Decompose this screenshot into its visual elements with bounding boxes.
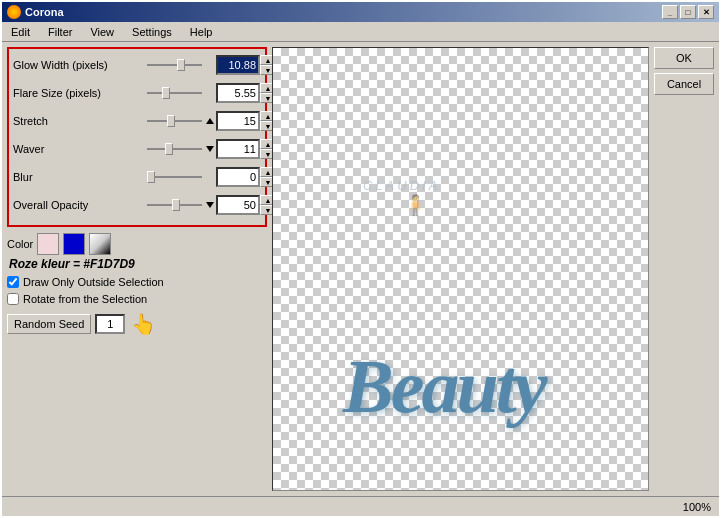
controls-and-preview: Glow Width (pixels) ▲ ▼ — [13, 53, 261, 221]
waver-row: Waver ▲ ▼ — [13, 137, 276, 161]
flare-size-slider-area — [143, 92, 214, 94]
maximize-button[interactable]: □ — [680, 5, 696, 19]
color-swatch-pink[interactable] — [37, 233, 59, 255]
color-text: Roze kleur = #F1D7D9 — [9, 257, 267, 271]
color-swatch-custom[interactable] — [89, 233, 111, 255]
glow-width-track — [147, 64, 202, 66]
title-bar: Corona _ □ ✕ — [2, 2, 719, 22]
opacity-thumb[interactable] — [172, 199, 180, 211]
opacity-row: Overall Opacity ▲ — [13, 193, 276, 217]
stretch-input[interactable] — [216, 111, 260, 131]
status-bar: 100% — [2, 496, 719, 516]
seed-input[interactable] — [95, 314, 125, 334]
claudia-watermark: CLAUDIA — [363, 178, 440, 193]
blur-label: Blur — [13, 171, 143, 183]
stretch-track — [147, 120, 202, 122]
color-swatch-blue[interactable] — [63, 233, 85, 255]
beauty-text: Beauty — [343, 343, 545, 430]
waver-label: Waver — [13, 143, 143, 155]
ok-button[interactable]: OK — [654, 47, 714, 69]
color-label: Color — [7, 238, 33, 250]
window-title: Corona — [25, 6, 64, 18]
glow-width-thumb[interactable] — [177, 59, 185, 71]
flare-size-thumb[interactable] — [162, 87, 170, 99]
preview-content: CLAUDIA 🧍 Beauty — [273, 48, 648, 490]
glow-width-slider-area — [143, 64, 214, 66]
close-button[interactable]: ✕ — [698, 5, 714, 19]
hand-pointer-icon: 👆 — [131, 312, 156, 336]
flare-size-track — [147, 92, 202, 94]
right-buttons: OK Cancel — [654, 42, 719, 496]
menu-view[interactable]: View — [86, 25, 118, 39]
stretch-row: Stretch ▲ ▼ — [13, 109, 276, 133]
opacity-triangle — [206, 202, 214, 208]
left-panel: Glow Width (pixels) ▲ ▼ — [2, 42, 272, 496]
glow-width-row: Glow Width (pixels) ▲ ▼ — [13, 53, 276, 77]
blur-input[interactable] — [216, 167, 260, 187]
flare-size-spin: ▲ ▼ — [216, 83, 276, 103]
waver-triangle — [206, 146, 214, 152]
random-seed-button[interactable]: Random Seed — [7, 314, 91, 334]
right-preview-panel: CLAUDIA 🧍 Beauty — [272, 47, 649, 491]
blur-track — [147, 176, 202, 178]
opacity-spin: ▲ ▼ — [216, 195, 276, 215]
seed-row: Random Seed 👆 — [7, 312, 267, 336]
figure-icon: 🧍 — [403, 193, 428, 217]
title-bar-left: Corona — [7, 5, 64, 19]
rotate-from-checkbox[interactable] — [7, 293, 19, 305]
zoom-level: 100% — [683, 501, 711, 513]
menu-filter[interactable]: Filter — [44, 25, 76, 39]
blur-spin: ▲ ▼ — [216, 167, 276, 187]
flare-size-row: Flare Size (pixels) ▲ ▼ — [13, 81, 276, 105]
glow-width-label: Glow Width (pixels) — [13, 59, 143, 71]
corona-icon — [7, 5, 21, 19]
main-content: Glow Width (pixels) ▲ ▼ — [2, 42, 719, 496]
waver-input[interactable] — [216, 139, 260, 159]
waver-slider-area — [143, 146, 214, 152]
main-window: Corona _ □ ✕ Edit Filter View Settings H… — [0, 0, 721, 518]
opacity-label: Overall Opacity — [13, 199, 143, 211]
waver-thumb[interactable] — [165, 143, 173, 155]
menu-help[interactable]: Help — [186, 25, 217, 39]
controls-left: Glow Width (pixels) ▲ ▼ — [13, 53, 276, 221]
draw-outside-label: Draw Only Outside Selection — [23, 276, 164, 288]
flare-size-input[interactable] — [216, 83, 260, 103]
stretch-thumb[interactable] — [167, 115, 175, 127]
waver-track — [147, 148, 202, 150]
rotate-from-label: Rotate from the Selection — [23, 293, 147, 305]
controls-box: Glow Width (pixels) ▲ ▼ — [7, 47, 267, 227]
blur-thumb[interactable] — [147, 171, 155, 183]
stretch-spin: ▲ ▼ — [216, 111, 276, 131]
rotate-from-row: Rotate from the Selection — [7, 293, 267, 305]
draw-outside-row: Draw Only Outside Selection — [7, 276, 267, 288]
blur-row: Blur ▲ ▼ — [13, 165, 276, 189]
waver-spin: ▲ ▼ — [216, 139, 276, 159]
stretch-triangle — [206, 118, 214, 124]
glow-width-spin: ▲ ▼ — [216, 55, 276, 75]
title-buttons: _ □ ✕ — [662, 5, 714, 19]
glow-width-input[interactable] — [216, 55, 260, 75]
blur-slider-area — [143, 176, 214, 178]
opacity-input[interactable] — [216, 195, 260, 215]
stretch-label: Stretch — [13, 115, 143, 127]
flare-size-label: Flare Size (pixels) — [13, 87, 143, 99]
opacity-slider-area — [143, 202, 214, 208]
cancel-button[interactable]: Cancel — [654, 73, 714, 95]
stretch-slider-area — [143, 118, 214, 124]
minimize-button[interactable]: _ — [662, 5, 678, 19]
menu-bar: Edit Filter View Settings Help — [2, 22, 719, 42]
menu-edit[interactable]: Edit — [7, 25, 34, 39]
menu-settings[interactable]: Settings — [128, 25, 176, 39]
opacity-track — [147, 204, 202, 206]
color-row: Color — [7, 233, 267, 255]
draw-outside-checkbox[interactable] — [7, 276, 19, 288]
